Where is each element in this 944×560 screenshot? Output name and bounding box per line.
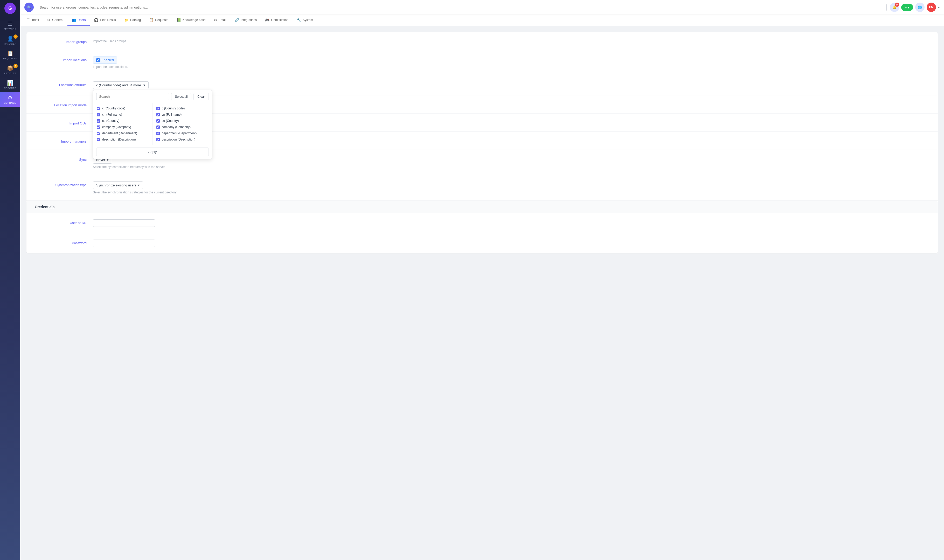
sync-content: Never ▾ Select the synchronization frequ… [93, 156, 930, 169]
tab-knowledge-base[interactable]: 📗 Knowledge base [172, 14, 210, 26]
import-locations-enabled[interactable]: Enabled [93, 57, 117, 63]
locations-attribute-dropdown[interactable]: c (Country code) and 34 more. ▾ [93, 82, 149, 89]
tab-requests[interactable]: 📋 Requests [145, 14, 172, 26]
checkbox-description-right[interactable] [156, 138, 160, 141]
tab-catalog-label: Catalog [130, 18, 141, 22]
list-item[interactable]: department (Department) [93, 130, 152, 136]
articles-icon: 📦 [7, 65, 14, 71]
sync-type-content: Synchronize existing users ▾ Select the … [93, 182, 930, 194]
enabled-label: Enabled [102, 58, 114, 62]
tab-users[interactable]: 👥 Users [68, 14, 90, 26]
tab-integrations[interactable]: 🔗 Integrations [231, 14, 261, 26]
avatar-dropdown-icon[interactable]: ▾ [938, 5, 940, 9]
tab-catalog[interactable]: 📁 Catalog [120, 14, 145, 26]
sidebar-item-dashboard[interactable]: ☰ MY WORK [0, 18, 20, 33]
system-icon: 🔧 [297, 18, 301, 22]
import-locations-content: Enabled Import the user locations. [93, 57, 930, 69]
checkbox-c-country-code-left[interactable] [97, 107, 100, 110]
sidebar-item-requests[interactable]: 📋 REQUESTS [0, 48, 20, 63]
tab-email[interactable]: ✉ Email [210, 14, 231, 26]
sidebar-item-reports[interactable]: 📊 REPORTS [0, 77, 20, 92]
user-or-dn-input[interactable] [93, 219, 155, 227]
checkbox-co-country-left[interactable] [97, 119, 100, 123]
list-item[interactable]: description (Description) [153, 136, 212, 143]
general-icon: ⚙ [47, 18, 51, 22]
locations-attribute-content: c (Country code) and 34 more. ▾ Select a… [93, 82, 930, 89]
settings-card: Import groups Import the user's groups. … [26, 32, 938, 254]
tab-help-desks[interactable]: 🎧 Help Desks [90, 14, 120, 26]
notifications-button[interactable]: 🔔 14 [890, 3, 899, 12]
search-button[interactable]: 🔍 [25, 3, 34, 12]
list-item[interactable]: description (Description) [93, 136, 152, 143]
add-button[interactable]: + ▾ [901, 4, 913, 11]
avatar[interactable]: FM [927, 3, 936, 12]
password-section: Password [26, 233, 938, 254]
topbar: 🔍 🔔 14 + ▾ 🌐 FM ▾ [20, 0, 944, 14]
search-icon: 🔍 [27, 5, 31, 9]
list-item[interactable]: c (Country code) [93, 105, 152, 111]
tab-general[interactable]: ⚙ General [43, 14, 68, 26]
checkbox-company-left[interactable] [97, 126, 100, 129]
checkbox-department-left[interactable] [97, 132, 100, 135]
apply-button[interactable]: Apply [96, 148, 209, 156]
import-locations-hint: Import the user locations. [93, 65, 930, 69]
import-ous-label: Import OUs [35, 120, 86, 125]
sidebar-item-label: MANAGER [4, 43, 16, 45]
locations-attribute-section: Locations attribute c (Country code) and… [26, 75, 938, 95]
clear-button[interactable]: Clear [194, 93, 209, 100]
list-item[interactable]: company (Company) [153, 124, 212, 130]
tab-general-label: General [52, 18, 63, 22]
list-item[interactable]: cn (Full name) [153, 111, 212, 118]
user-or-dn-section: User or DN [26, 213, 938, 233]
list-item[interactable]: c (Country code) [153, 105, 212, 111]
tab-gamification-label: Gamification [271, 18, 288, 22]
select-all-button[interactable]: Select all [171, 93, 192, 100]
list-item[interactable]: department (Department) [153, 130, 212, 136]
global-search-input[interactable] [37, 4, 887, 11]
list-item[interactable]: co (Country) [93, 118, 152, 124]
checkbox-description-left[interactable] [97, 138, 100, 141]
checkbox-co-country-right[interactable] [156, 119, 160, 123]
sidebar-item-manager[interactable]: 👤 MANAGER 7 [0, 33, 20, 48]
import-groups-hint: Import the user's groups. [93, 39, 930, 43]
list-item[interactable]: company (Company) [93, 124, 152, 130]
tab-email-label: Email [219, 18, 226, 22]
sync-type-dropdown[interactable]: Synchronize existing users ▾ [93, 182, 143, 189]
app-logo[interactable]: G [5, 3, 16, 14]
password-content [93, 240, 930, 247]
checkbox-c-country-code-right[interactable] [156, 107, 160, 110]
tab-gamification[interactable]: 🎮 Gamification [261, 14, 293, 26]
dashboard-icon: ☰ [8, 21, 12, 27]
checkbox-cn-full-name-right[interactable] [156, 113, 160, 116]
help-desks-icon: 🎧 [94, 18, 98, 22]
requests-icon: 📋 [7, 50, 14, 57]
tab-system[interactable]: 🔧 System [293, 14, 317, 26]
tab-knowledge-base-label: Knowledge base [183, 18, 206, 22]
import-locations-section: Import locations Enabled Import the user… [26, 50, 938, 75]
list-item[interactable]: cn (Full name) [93, 111, 152, 118]
password-input[interactable] [93, 240, 155, 247]
sidebar-item-articles[interactable]: 📦 ARTICLES 1 [0, 63, 20, 77]
sync-type-hint: Select the synchronization strategies fo… [93, 191, 930, 194]
tab-help-desks-label: Help Desks [100, 18, 115, 22]
checkbox-department-right[interactable] [156, 132, 160, 135]
import-locations-checkbox[interactable] [96, 58, 100, 62]
sync-type-label: Synchronization type [35, 182, 86, 187]
sidebar-item-settings[interactable]: ⚙ SETTINGS [0, 92, 20, 107]
globe-button[interactable]: 🌐 [915, 3, 924, 12]
sidebar-item-label: ARTICLES [4, 72, 16, 75]
checkbox-column-right: c (Country code) cn (Full name) co (Coun… [152, 103, 212, 145]
tab-integrations-label: Integrations [241, 18, 257, 22]
checkbox-cn-full-name-left[interactable] [97, 113, 100, 116]
locations-attribute-row: Locations attribute c (Country code) and… [35, 82, 930, 89]
chevron-down-icon: ▾ [143, 83, 145, 87]
import-groups-label: Import groups [35, 38, 86, 44]
checkbox-company-right[interactable] [156, 126, 160, 129]
attribute-search-input[interactable] [96, 93, 169, 100]
manager-badge: 7 [14, 34, 18, 38]
checkbox-columns: c (Country code) cn (Full name) co (Coun… [93, 103, 212, 145]
list-item[interactable]: co (Country) [153, 118, 212, 124]
sidebar: G ☰ MY WORK 👤 MANAGER 7 📋 REQUESTS 📦 ART… [0, 0, 20, 560]
tab-index[interactable]: ☰ Index [22, 14, 43, 26]
manager-icon: 👤 [7, 35, 14, 42]
